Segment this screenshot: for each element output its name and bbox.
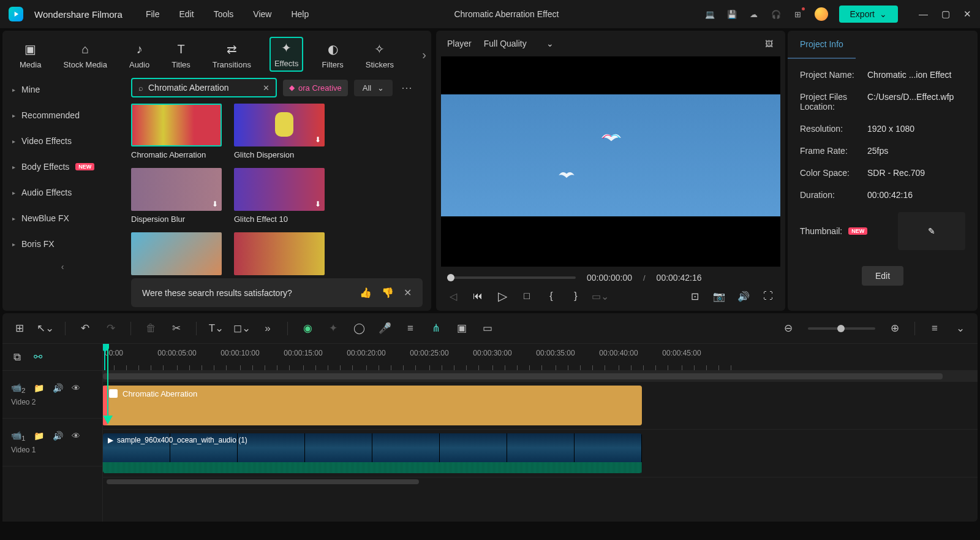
link-icon[interactable]: ⚯	[32, 351, 44, 363]
project-info-tab[interactable]: Project Info	[788, 31, 856, 59]
effect-item[interactable]	[234, 232, 325, 275]
device-icon[interactable]: 💻	[704, 9, 715, 20]
track-options-button[interactable]: ⌄	[954, 322, 967, 335]
marker-button[interactable]: ◯	[353, 322, 365, 335]
menu-help[interactable]: Help	[291, 9, 309, 19]
stop-button[interactable]: □	[521, 290, 533, 302]
more-tools-button[interactable]: »	[262, 322, 274, 335]
tab-media[interactable]: ▣Media	[16, 39, 45, 72]
download-icon[interactable]: ⬇	[212, 200, 218, 208]
tab-filters[interactable]: ◐Filters	[318, 39, 347, 72]
more-options-button[interactable]: ⋯	[399, 78, 415, 97]
tab-stock-media[interactable]: ⌂Stock Media	[59, 39, 111, 72]
keyframe-button[interactable]: ▭	[481, 322, 494, 335]
tab-transitions[interactable]: ⇄Transitions	[209, 39, 255, 72]
track-lane-video-2[interactable]: Chromatic Aberration	[103, 382, 978, 430]
clip-chromatic-aberration[interactable]: Chromatic Aberration	[103, 386, 642, 425]
menu-edit[interactable]: Edit	[179, 9, 194, 19]
undo-button[interactable]: ↶	[79, 322, 91, 335]
maximize-button[interactable]: ▢	[941, 9, 950, 20]
clip-ocean-video[interactable]: ▶sample_960x400_ocean_with_audio (1)	[103, 433, 642, 473]
sidebar-collapse-button[interactable]: ‹	[2, 257, 123, 276]
sidebar-item-audio-effects[interactable]: ▸Audio Effects	[2, 180, 123, 205]
auto-ripple-button[interactable]: ⋔	[430, 322, 442, 335]
thumbs-down-button[interactable]: 👎	[382, 287, 394, 299]
tabs-next-button[interactable]: ›	[422, 48, 426, 62]
sidebar-item-body-effects[interactable]: ▸Body EffectsNEW	[2, 154, 123, 180]
avatar[interactable]	[815, 7, 828, 21]
close-button[interactable]: ✕	[963, 9, 971, 20]
preview-viewport[interactable]	[441, 56, 780, 267]
playhead[interactable]	[104, 344, 105, 370]
duplicate-icon[interactable]: ⧉	[11, 351, 23, 363]
time-ruler[interactable]: 00:0000:00:05:0000:00:10:0000:00:15:0000…	[103, 344, 978, 371]
effect-item[interactable]	[131, 232, 222, 275]
filter-dropdown[interactable]: All⌄	[354, 80, 393, 96]
minimize-button[interactable]: —	[919, 9, 928, 20]
sidebar-item-video-effects[interactable]: ▸Video Effects	[2, 128, 123, 154]
prev-frame-button[interactable]: ◁	[447, 290, 459, 302]
zoom-out-button[interactable]: ⊖	[782, 322, 794, 335]
visibility-icon[interactable]: 👁	[72, 383, 80, 393]
horizontal-scrollbar[interactable]	[103, 477, 978, 486]
camera-icon[interactable]: 📷	[713, 290, 725, 302]
save-icon[interactable]: 💾	[726, 9, 737, 20]
sidebar-item-boris[interactable]: ▸Boris FX	[2, 231, 123, 257]
folder-icon[interactable]: 📁	[34, 431, 44, 441]
sidebar-item-mine[interactable]: ▸Mine	[2, 77, 123, 102]
folder-icon[interactable]: 📁	[34, 383, 44, 393]
zoom-in-button[interactable]: ⊕	[889, 322, 901, 335]
redo-button[interactable]: ↷	[105, 322, 117, 335]
split-button[interactable]: ✂	[170, 322, 183, 335]
download-icon[interactable]: ⬇	[315, 200, 321, 208]
edit-button[interactable]: Edit	[862, 266, 903, 286]
timeline-tracks[interactable]: 00:0000:00:05:0000:00:10:0000:00:15:0000…	[103, 344, 978, 522]
play-button[interactable]: ▷	[496, 290, 508, 302]
cursor-icon[interactable]: ↖⌄	[39, 322, 51, 335]
sidebar-item-recommended[interactable]: ▸Recommended	[2, 102, 123, 128]
tab-titles[interactable]: TTitles	[168, 39, 194, 72]
mixer-button[interactable]: ≡	[404, 322, 417, 335]
tab-audio[interactable]: ♪Audio	[126, 39, 153, 72]
creative-assets-pill[interactable]: ◆ora Creative	[283, 80, 348, 96]
progress-slider[interactable]	[447, 276, 576, 279]
snapshot-icon[interactable]: 🖼	[763, 38, 774, 49]
close-feedback-button[interactable]: ✕	[404, 287, 412, 299]
tab-effects[interactable]: ✦Effects	[270, 37, 304, 72]
render-button[interactable]: ✦	[327, 322, 339, 335]
track-header-video-1[interactable]: 📹1 📁 🔊 👁 Video 1	[2, 419, 102, 466]
sidebar-item-newblue[interactable]: ▸NewBlue FX	[2, 205, 123, 231]
quality-dropdown[interactable]: Full Quality⌄	[484, 39, 554, 48]
export-button[interactable]: Export⌄	[839, 6, 898, 23]
download-icon[interactable]: ⬇	[315, 135, 321, 144]
track-lane-video-1[interactable]: ▶sample_960x400_ocean_with_audio (1)	[103, 430, 978, 477]
effect-glitch-10[interactable]: ⬇ Glitch Effect 10	[234, 168, 325, 224]
layout-icon[interactable]: ⊞	[13, 322, 26, 335]
marker-dropdown[interactable]: ▭⌄	[594, 290, 606, 302]
clear-search-button[interactable]: ✕	[263, 83, 270, 93]
track-header-video-2[interactable]: 📹2 📁 🔊 👁 Video 2	[2, 371, 102, 419]
crop-button[interactable]: ◻⌄	[236, 322, 248, 335]
mark-out-button[interactable]: }	[570, 290, 582, 302]
zoom-slider[interactable]	[808, 327, 875, 330]
text-button[interactable]: T⌄	[210, 322, 222, 335]
effect-chromatic-aberration[interactable]: Chromatic Aberration	[131, 104, 222, 159]
track-size-button[interactable]: ≡	[929, 322, 941, 335]
scrub-bar[interactable]	[103, 373, 943, 379]
cloud-icon[interactable]: ☁	[748, 9, 760, 20]
effect-glitch-dispersion[interactable]: ⬇ Glitch Dispersion	[234, 104, 325, 159]
fullscreen-button[interactable]: ⛶	[762, 290, 774, 302]
volume-button[interactable]: 🔊	[737, 290, 750, 302]
apps-icon[interactable]: ⊞	[793, 9, 804, 20]
voiceover-button[interactable]: 🎤	[379, 322, 391, 335]
menu-file[interactable]: File	[146, 9, 160, 19]
menu-tools[interactable]: Tools	[214, 9, 234, 19]
support-icon[interactable]: 🎧	[771, 9, 782, 20]
effect-dispersion-blur[interactable]: ⬇ Dispersion Blur	[131, 168, 222, 224]
mute-icon[interactable]: 🔊	[53, 383, 63, 393]
visibility-icon[interactable]: 👁	[72, 431, 80, 441]
thumbs-up-button[interactable]: 👍	[360, 287, 372, 299]
ai-button[interactable]: ◉	[301, 322, 314, 335]
thumbnail-preview[interactable]: ✎	[898, 212, 965, 250]
delete-button[interactable]: 🗑	[145, 322, 157, 335]
